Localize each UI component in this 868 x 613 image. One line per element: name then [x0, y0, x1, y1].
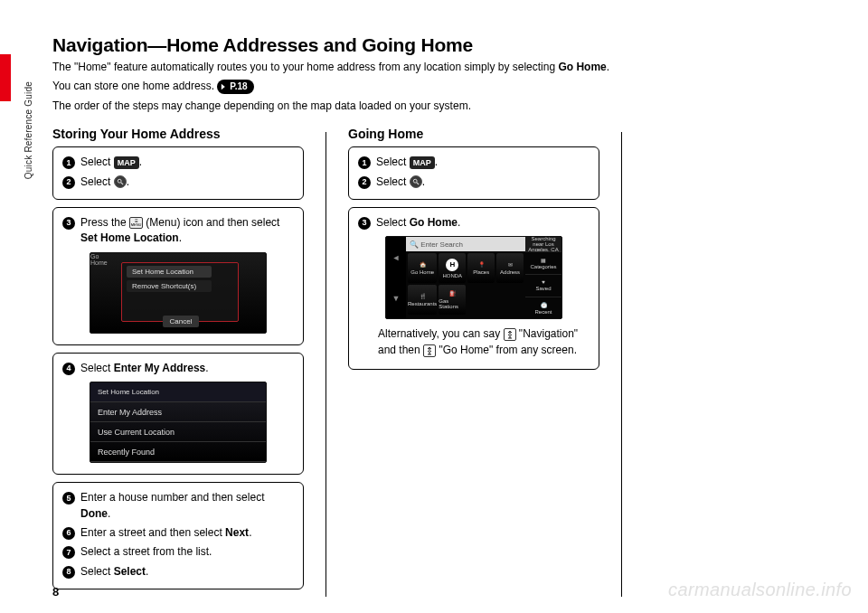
label: Categories: [530, 264, 556, 269]
text: .: [422, 175, 425, 188]
gstep-num-1: 1: [358, 156, 371, 169]
ss2-row-1: Enter My Address: [90, 402, 266, 422]
step-num-3: 3: [62, 217, 75, 230]
screenshot-go-home: ◄ ▼ 🔍 Enter Search 🏠Go Home HHONDA 📍Plac…: [385, 236, 562, 319]
label: HONDA: [442, 273, 462, 278]
go-home-voice: Go Home: [443, 344, 489, 356]
label: Places: [473, 269, 489, 275]
text: .: [458, 216, 460, 229]
text: .: [249, 526, 251, 539]
side-section-label: Quick Reference Guide: [24, 81, 33, 179]
svg-line-3: [416, 183, 418, 184]
text: ": [436, 344, 443, 356]
text: (Menu) icon and then select: [143, 216, 279, 229]
gstep-num-2: 2: [358, 176, 371, 189]
ss3-rightbar: Searching near Los Angeles, CA ▦Categori…: [525, 237, 561, 318]
svg-point-0: [118, 180, 121, 184]
ss1-remove-shortcut: Remove Shortcut(s): [127, 280, 212, 292]
step-num-5: 5: [62, 492, 75, 505]
step-5: 5 Enter a house number and then select D…: [62, 490, 294, 522]
gstep-3: 3 Select Go Home.: [358, 215, 590, 231]
label: Saved: [535, 286, 551, 291]
next-bold: Next: [225, 526, 249, 539]
step-num-7: 7: [62, 546, 75, 559]
text: .: [146, 565, 148, 578]
text: Select: [80, 156, 114, 168]
ss3-search-text: Enter Search: [420, 240, 463, 249]
done-bold: Done: [80, 507, 108, 520]
select-bold: Select: [114, 565, 146, 578]
screenshot-set-home: Go Home Set Home Location Remove Shortcu…: [90, 252, 267, 334]
step-num-4: 4: [62, 363, 75, 375]
text: Select: [376, 216, 410, 229]
step-3: 3 Press the ☰MENU (Menu) icon and then s…: [62, 215, 294, 247]
ss3-grid: 🏠Go Home HHONDA 📍Places ✉Address 🍴Restau…: [406, 251, 525, 316]
magnify-icon: [410, 175, 422, 188]
enter-address-bold: Enter My Address: [114, 362, 206, 374]
label: Address: [500, 269, 520, 275]
ss2-row-3: Recently Found: [90, 442, 266, 462]
column-divider: [326, 132, 326, 597]
go-home-bold: Go Home: [558, 61, 606, 73]
text: " from any screen.: [489, 344, 577, 356]
text: .: [179, 231, 182, 244]
svg-line-1: [120, 183, 122, 184]
label: Recent: [534, 309, 552, 315]
text: Enter a house number and then select: [80, 491, 264, 504]
text: .: [435, 156, 438, 168]
gstep-1: 1 Select MAP.: [358, 155, 590, 170]
ss1-cancel: Cancel: [163, 316, 199, 327]
label: Go Home: [410, 269, 434, 275]
text: .: [108, 507, 110, 520]
page-title: Navigation—Home Addresses and Going Home: [52, 34, 839, 56]
text: Select: [80, 362, 114, 374]
intro-line-2: You can store one home address. P.18: [52, 79, 839, 94]
gstep-2: 2 Select .: [358, 174, 590, 190]
ss2-row-2: Use Current Location: [90, 422, 266, 442]
step-6: 6 Enter a street and then select Next.: [62, 525, 294, 541]
ss3-cell-places: 📍Places: [467, 253, 495, 283]
voice-icon: [504, 328, 516, 341]
ss1-side: Go Home: [90, 253, 114, 266]
honda-icon: H: [446, 259, 458, 271]
going-title: Going Home: [348, 127, 599, 141]
down-icon: ▼: [386, 278, 406, 318]
text: Select: [80, 175, 114, 188]
col-storing: Storing Your Home Address 1 Select MAP. …: [52, 127, 304, 597]
columns: Storing Your Home Address 1 Select MAP. …: [52, 127, 839, 597]
intro-line-1: The "Home" feature automatically routes …: [52, 60, 839, 75]
step-2: 2 Select .: [62, 174, 294, 190]
side-red-tab: [0, 54, 11, 101]
ss3-cell-honda: HHONDA: [439, 253, 466, 283]
screenshot-enter-address: Set Home Location Enter My Address Use C…: [90, 382, 267, 463]
text: Press the: [80, 216, 129, 229]
step-num-8: 8: [62, 566, 75, 579]
storing-title: Storing Your Home Address: [52, 127, 304, 141]
back-icon: ◄: [386, 237, 406, 278]
menu-icon-label: MENU: [131, 223, 142, 227]
column-divider-right: [621, 132, 622, 597]
text: Select: [376, 156, 410, 168]
step-num-1: 1: [62, 156, 75, 169]
page-content: Navigation—Home Addresses and Going Home…: [52, 34, 839, 597]
ss3-info: Searching near Los Angeles, CA: [525, 237, 561, 251]
card-storing-4: 5 Enter a house number and then select D…: [52, 482, 304, 589]
map-button-icon: MAP: [114, 156, 139, 169]
card-going-2: 3 Select Go Home. ◄ ▼ 🔍 Enter Search 🏠Go…: [348, 207, 599, 370]
ss3-r3: 🕘Recent: [525, 297, 561, 319]
watermark: carmanualsonline.info: [668, 580, 852, 600]
alt-voice-text: Alternatively, you can say "Navigation" …: [358, 321, 590, 360]
page-number: 8: [52, 585, 59, 599]
svg-point-2: [413, 180, 417, 184]
card-storing-1: 1 Select MAP. 2 Select .: [52, 146, 304, 200]
text: .: [205, 362, 208, 374]
step-8: 8 Select Select.: [62, 564, 294, 580]
page-ref-text: P.18: [230, 80, 247, 94]
voice-icon: [423, 344, 436, 357]
go-home-bold: Go Home: [410, 216, 458, 229]
step-7: 7 Select a street from the list.: [62, 544, 294, 560]
step-4: 4 Select Enter My Address.: [62, 361, 294, 376]
text: .: [607, 61, 609, 73]
text: Select: [80, 565, 114, 578]
ss3-cell-go-home: 🏠Go Home: [408, 253, 437, 283]
